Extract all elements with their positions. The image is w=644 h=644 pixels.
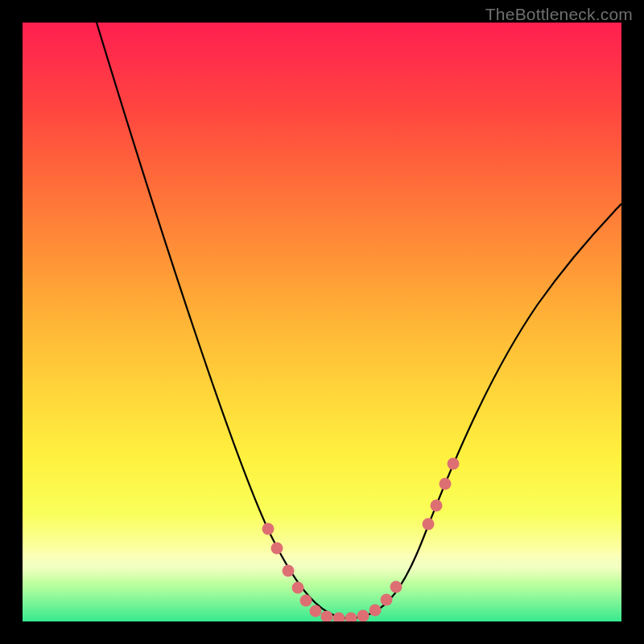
watermark-text: TheBottleneck.com (485, 5, 633, 24)
highlight-dot (381, 594, 393, 606)
highlight-dot (448, 458, 460, 470)
highlight-dot (292, 582, 304, 594)
highlight-dot (333, 613, 345, 622)
highlight-dot (271, 543, 283, 555)
curve-layer (23, 23, 621, 621)
highlight-dot (423, 518, 435, 530)
highlight-dot (310, 605, 322, 617)
highlight-dot (345, 613, 357, 622)
highlight-dot (262, 523, 275, 535)
highlight-dot (369, 605, 382, 617)
highlight-dot (390, 581, 402, 593)
highlight-dot (300, 595, 312, 607)
highlight-dot (321, 611, 333, 622)
bottleneck-curve (97, 23, 621, 618)
highlight-dot (357, 610, 369, 622)
highlight-dot (440, 478, 452, 490)
chart-frame: TheBottleneck.com (0, 0, 644, 644)
highlight-dot (283, 565, 295, 577)
plot-area (23, 23, 621, 621)
highlight-dot (431, 500, 443, 512)
highlight-dots-group (262, 458, 460, 622)
